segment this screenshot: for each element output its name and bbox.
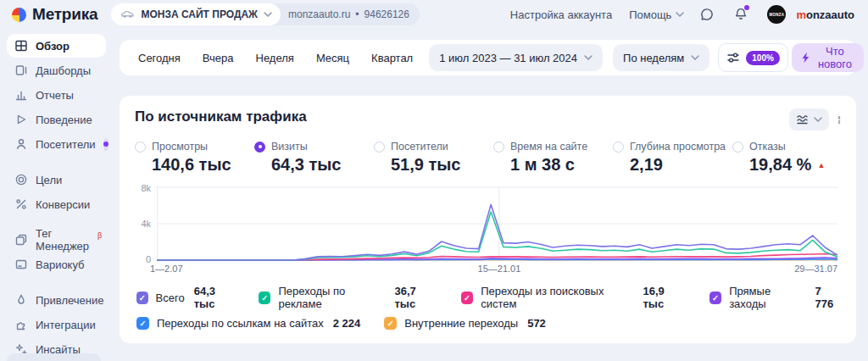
chevron-down-icon <box>676 12 684 17</box>
sidebar-item-label: Отчеты <box>36 89 74 102</box>
card-title: По источникам трафика <box>135 108 307 125</box>
chart-smoothing-control[interactable] <box>789 108 829 131</box>
metrika-logo-icon <box>12 8 26 22</box>
chat-button[interactable] <box>696 3 718 25</box>
legend-label: Внутренние переходы <box>404 317 518 330</box>
sampling-control[interactable]: 100% <box>718 43 788 72</box>
sidebar-item-label: Интеграции <box>36 319 96 331</box>
legend-label: Переходы по рекламе <box>278 285 385 310</box>
metric-radio[interactable] <box>493 142 504 153</box>
help-menu[interactable]: Помощь <box>629 8 684 21</box>
legend-label: Переходы по ссылкам на сайтах <box>157 317 324 330</box>
legend-item-4[interactable]: ✓Переходы по ссылкам на сайтах2 224 <box>136 317 360 330</box>
username[interactable]: monzaauto <box>796 8 854 21</box>
notification-dot <box>744 5 749 10</box>
metric-radio[interactable] <box>732 142 743 153</box>
legend-item-2[interactable]: ✓Переходы из поисковых систем16,9 тыс <box>461 285 686 310</box>
app: Метрика МОНЗА САЙТ ПРОДАЖ monzaauto.ru •… <box>0 0 868 361</box>
counter-switcher[interactable]: МОНЗА САЙТ ПРОДАЖ monzaauto.ru • 9462612… <box>111 3 420 25</box>
sidebar-item-acquisition-flame[interactable]: Привлечение <box>7 288 106 312</box>
chart-legend: ✓Всего64,3 тыс✓Переходы по рекламе36,7 т… <box>136 287 841 333</box>
chart-line-Всего <box>157 204 837 260</box>
legend-checkbox[interactable]: ✓ <box>461 292 473 304</box>
metric-radio[interactable] <box>374 142 385 153</box>
behavior-play-icon <box>14 113 28 126</box>
sidebar-item-tag-manager[interactable]: Тег Менеджерβ <box>7 228 106 252</box>
range-button-0[interactable]: Сегодня <box>127 46 192 70</box>
x-axis: 1—2.07 15—21.01 29—31.07 <box>157 264 837 276</box>
legend-checkbox[interactable]: ✓ <box>136 292 148 304</box>
trend-up-icon: ▲ <box>817 161 825 169</box>
metric-tab-2[interactable]: Посетители51,9 тыс <box>374 141 493 175</box>
metric-tabs: Просмотры140,6 тысВизиты64,3 тысПосетите… <box>135 141 841 175</box>
legend-item-5[interactable]: ✓Внутренние переходы572 <box>384 317 546 330</box>
y-axis: 8k 4k 0 <box>135 186 157 261</box>
notifications-button[interactable] <box>730 3 752 25</box>
legend-label: Всего <box>156 292 185 304</box>
legend-checkbox[interactable]: ✓ <box>136 317 149 330</box>
avatar[interactable]: MONZA <box>767 5 786 24</box>
metric-label: Просмотры <box>152 141 208 153</box>
sidebar-item-visitors-person[interactable]: Посетители <box>7 132 106 156</box>
sidebar-item-integrations-puzzle[interactable]: Интеграции <box>7 313 106 336</box>
sidebar-item-label: Обзор <box>36 40 70 53</box>
legend-checkbox[interactable]: ✓ <box>384 317 397 330</box>
metric-tab-4[interactable]: Глубина просмотра2,19 <box>613 141 732 175</box>
metric-tab-0[interactable]: Просмотры140,6 тыс <box>135 141 254 175</box>
range-button-3[interactable]: Месяц <box>305 46 360 70</box>
metric-value: 2,19 <box>630 155 732 175</box>
sidebar-item-label: Дашборды <box>36 64 91 77</box>
smoothing-waves-icon <box>796 114 809 125</box>
legend-item-0[interactable]: ✓Всего64,3 тыс <box>136 285 235 310</box>
chevron-down-icon <box>814 117 822 122</box>
sidebar-item-behavior-play[interactable]: Поведение <box>7 108 106 131</box>
integrations-puzzle-icon <box>14 318 28 331</box>
metric-radio[interactable] <box>254 142 265 153</box>
metric-tab-5[interactable]: Отказы19,84 %▲ <box>732 141 825 175</box>
granularity-select[interactable]: По неделям <box>613 44 709 71</box>
counter-name-segment[interactable]: МОНЗА САЙТ ПРОДАЖ <box>111 3 281 25</box>
traffic-chart: 8k 4k 0 1—2.07 15—21.01 29—31.07 <box>135 186 841 276</box>
tag-manager-icon <box>14 233 28 247</box>
traffic-sources-card: По источникам трафика ⁞ Просмотры140,6 т… <box>120 96 856 343</box>
date-range-picker[interactable]: 1 июл 2023 — 31 июл 2024 <box>429 44 603 71</box>
counter-domain[interactable]: monzaauto.ru <box>288 8 350 20</box>
legend-item-3[interactable]: ✓Прямые заходы7 776 <box>709 285 841 310</box>
sidebar-item-reports[interactable]: Отчеты <box>7 83 106 107</box>
visitors-person-icon <box>14 137 28 151</box>
legend-item-1[interactable]: ✓Переходы по рекламе36,7 тыс <box>259 285 437 310</box>
metric-tab-3[interactable]: Время на сайте1 м 38 с <box>493 141 613 175</box>
card-kebab-menu[interactable]: ⁞ <box>837 114 841 125</box>
range-button-2[interactable]: Неделя <box>245 46 305 70</box>
sidebar-item-variocube[interactable]: Вариокуб <box>7 253 106 276</box>
goals-target-icon <box>14 173 28 186</box>
legend-value: 36,7 тыс <box>394 285 437 310</box>
reports-icon <box>14 88 28 102</box>
metric-tab-1[interactable]: Визиты64,3 тыс <box>254 141 374 175</box>
beta-badge: β <box>97 231 102 240</box>
legend-checkbox[interactable]: ✓ <box>709 292 721 304</box>
legend-label: Переходы из поисковых систем <box>481 285 633 310</box>
metric-value: 1 м 38 с <box>510 155 613 175</box>
chevron-down-icon <box>584 55 593 60</box>
range-button-4[interactable]: Квартал <box>360 46 424 70</box>
sidebar-item-goals-target[interactable]: Цели <box>7 168 106 192</box>
metric-radio[interactable] <box>613 142 624 153</box>
legend-value: 7 776 <box>815 285 841 310</box>
counter-separator: • <box>355 8 359 20</box>
range-button-1[interactable]: Вчера <box>192 46 245 70</box>
account-settings-link[interactable]: Настройка аккаунта <box>510 8 612 21</box>
legend-value: 16,9 тыс <box>643 285 686 310</box>
sidebar-item-label: Вариокуб <box>36 258 85 271</box>
variocube-icon <box>14 258 28 271</box>
sidebar-item-dashboards[interactable]: Дашборды <box>7 58 106 82</box>
legend-checkbox[interactable]: ✓ <box>259 292 270 304</box>
metric-radio[interactable] <box>135 142 146 153</box>
legend-value: 2 224 <box>333 317 361 330</box>
sidebar-item-overview-grid[interactable]: Обзор <box>7 34 106 58</box>
whats-new-button[interactable]: Что нового <box>792 43 864 72</box>
sidebar-item-conversions-percent[interactable]: Конверсии <box>7 192 106 216</box>
line-chart-plot[interactable] <box>157 186 837 261</box>
metrika-logo[interactable]: Метрика <box>12 5 97 24</box>
metric-label: Визиты <box>271 141 308 153</box>
